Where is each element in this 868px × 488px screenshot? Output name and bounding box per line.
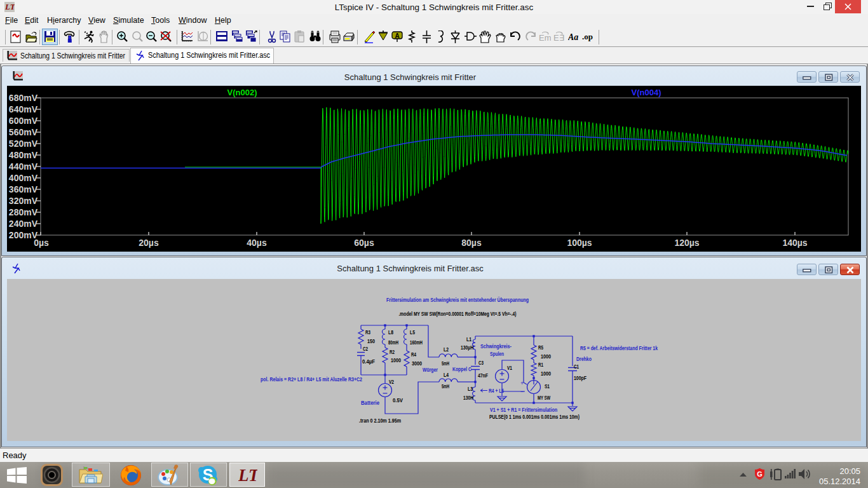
svg-text:C2: C2	[363, 346, 368, 352]
svg-text:Batterie: Batterie	[361, 400, 379, 406]
svg-text:Spulen: Spulen	[490, 351, 504, 357]
svg-text:V2: V2	[389, 379, 394, 385]
svg-text:480mV: 480mV	[9, 150, 38, 160]
svg-text:R3: R3	[365, 329, 370, 336]
svg-text:R4: R4	[411, 351, 416, 358]
svg-text:C3: C3	[478, 360, 484, 366]
svg-text:L8: L8	[388, 329, 393, 336]
svg-text:520mV: 520mV	[9, 139, 38, 149]
svg-text:150: 150	[367, 338, 375, 344]
svg-text:.model MY SW SW(Ron=0.00001 Ro: .model MY SW SW(Ron=0.00001 Roff=10Meg V…	[399, 311, 517, 317]
svg-text:280mV: 280mV	[9, 207, 38, 217]
svg-text:E: E	[553, 33, 559, 43]
svg-text:60µs: 60µs	[354, 238, 374, 248]
svg-text:0µs: 0µs	[34, 238, 49, 248]
svg-text:560mV: 560mV	[9, 127, 38, 137]
svg-text:Aa: Aa	[568, 32, 578, 42]
svg-text:400mV: 400mV	[9, 173, 38, 183]
svg-text:R4 + L5: R4 + L5	[489, 388, 504, 394]
svg-text:R1: R1	[538, 362, 543, 368]
svg-text:LT: LT	[4, 2, 15, 11]
svg-text:.op: .op	[582, 32, 593, 41]
svg-text:320mV: 320mV	[9, 196, 38, 206]
svg-text:Drehko: Drehko	[576, 356, 592, 362]
svg-text:0.4µF: 0.4µF	[362, 358, 375, 365]
svg-text:360mV: 360mV	[9, 184, 38, 194]
svg-text:5mH: 5mH	[442, 383, 449, 390]
svg-text:1000: 1000	[541, 370, 551, 377]
svg-text:A: A	[395, 32, 399, 39]
svg-text:.tran 0 2.10m 1.95m: .tran 0 2.10m 1.95m	[359, 417, 401, 424]
svg-text:140µs: 140µs	[782, 238, 807, 248]
svg-text:130µH: 130µH	[461, 344, 473, 351]
svg-text:20µs: 20µs	[139, 238, 159, 248]
svg-text:Koppel C: Koppel C	[452, 366, 471, 372]
svg-text:PULSE(0 1 1ms 0.001ms 0.001ms: PULSE(0 1 1ms 0.001ms 0.001ms 1ms 10m)	[489, 414, 580, 420]
svg-text:Würger: Würger	[423, 367, 438, 373]
svg-text:LT: LT	[238, 466, 257, 484]
svg-text:100pF: 100pF	[574, 375, 587, 381]
svg-text:R2: R2	[390, 349, 395, 355]
svg-text:1000: 1000	[541, 353, 551, 360]
svg-text:MY SW: MY SW	[538, 395, 550, 401]
svg-text:V(n002): V(n002)	[227, 88, 257, 97]
svg-text:Frittersimulation am Schwingkr: Frittersimulation am Schwingkreis mit en…	[386, 297, 529, 303]
svg-text:0.5V: 0.5V	[393, 397, 403, 403]
svg-text:Em: Em	[539, 33, 551, 43]
svg-text:S1: S1	[545, 383, 550, 390]
svg-text:1000: 1000	[391, 357, 401, 363]
svg-text:L2: L2	[444, 346, 449, 353]
svg-text:130H: 130H	[463, 395, 473, 401]
svg-text:80µs: 80µs	[461, 238, 482, 248]
svg-text:L1: L1	[466, 336, 471, 342]
svg-text:80mH: 80mH	[388, 339, 398, 346]
svg-text:R5 = def. Arbeitswiderstand Fr: R5 = def. Arbeitswiderstand Fritter 1k	[580, 345, 658, 351]
svg-text:L4: L4	[444, 372, 449, 378]
svg-text:440mV: 440mV	[9, 161, 38, 172]
svg-text:47nF: 47nF	[478, 372, 488, 379]
svg-text:V1 + S1 + R1 = Frittersimulati: V1 + S1 + R1 = Frittersimulation	[490, 407, 557, 413]
svg-text:640mV: 640mV	[9, 104, 38, 114]
svg-text:V(n004): V(n004)	[632, 88, 661, 97]
svg-text:Schaltung 1 Schwingkreis mit F: Schaltung 1 Schwingkreis mit Fritter.asc	[148, 51, 270, 60]
svg-text:pol. Relais = R2+ L8 / R4+ L5: pol. Relais = R2+ L8 / R4+ L5 mit Aluzel…	[261, 376, 362, 383]
svg-text:160mH: 160mH	[410, 339, 423, 346]
svg-text:240mV: 240mV	[9, 219, 38, 229]
svg-text:L3: L3	[468, 386, 473, 392]
svg-text:5mH: 5mH	[442, 360, 449, 367]
svg-text:3000: 3000	[412, 360, 422, 367]
svg-text:40µs: 40µs	[247, 238, 267, 248]
svg-text:G: G	[757, 470, 763, 478]
svg-text:+: +	[520, 380, 524, 386]
svg-text:R5: R5	[538, 344, 543, 351]
svg-text:680mV: 680mV	[9, 93, 38, 103]
svg-text:L5: L5	[410, 329, 415, 336]
svg-text:C1: C1	[574, 363, 579, 370]
svg-text:V1: V1	[507, 365, 512, 371]
svg-text:120µs: 120µs	[674, 238, 699, 248]
svg-text:−: −	[520, 388, 524, 395]
svg-text:Schwingkreis-: Schwingkreis-	[480, 343, 512, 349]
svg-text:600mV: 600mV	[9, 116, 38, 126]
svg-text:Schaltung 1 Schwingkreis mit F: Schaltung 1 Schwingkreis mit Fritter	[20, 51, 125, 60]
svg-text:100µs: 100µs	[567, 238, 592, 248]
